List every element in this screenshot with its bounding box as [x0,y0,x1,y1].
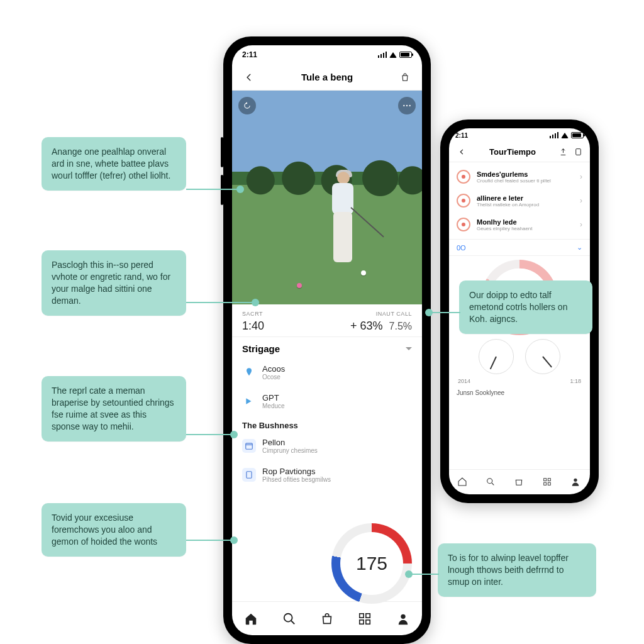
radio-icon [457,194,470,208]
item-sub: Geues elnplley heahaent [477,226,533,231]
header-action-button[interactable] [397,69,413,86]
svg-rect-3 [246,443,253,449]
header-title: Tule a beng [301,72,353,82]
callout-2-lead [186,302,255,303]
cell-signal-icon [378,52,387,58]
share-icon [559,148,567,156]
back-button-2[interactable] [455,146,468,158]
callout-6-lead [409,574,439,575]
row-sub: Pihsed ofities besgmilws [262,476,331,483]
tab-stats[interactable] [357,611,372,626]
callout-5-lead [429,312,460,313]
tempo-item-3[interactable]: Monlhy ledeGeues elnplley heahaent › [449,213,590,236]
row-sub: Meduce [262,402,285,409]
tab-bag[interactable] [319,611,335,626]
callout-4-lead [186,540,234,541]
tab2-search[interactable] [486,477,497,488]
status-time: 2:11 [242,50,257,59]
bag-outline-icon [320,612,334,626]
expand-link[interactable]: 0O ⌄ [449,239,590,256]
callout-4: Tovid your excesiuse foremchows you aloo… [42,503,186,557]
back-button[interactable] [241,69,257,86]
person-icon [570,477,580,487]
row-title: Acoos [262,364,285,374]
metric-left-label: SACRT [242,311,264,317]
item-title: allinere e leter [477,194,539,202]
rewind-chip[interactable] [238,97,256,114]
axis-right: 1:18 [570,378,581,384]
metrics-row: SACRT 1:40 INAUT CALL + 63% 7.5% [232,304,422,336]
list-row-pellon[interactable]: Pellon Cimpruny chesimes [232,431,422,460]
share-button[interactable] [557,147,569,158]
search-icon [486,477,496,487]
chevron-right-icon: › [580,196,582,205]
svg-rect-16 [548,482,550,485]
hero-golfer [323,172,365,279]
row-title: Pellon [262,438,318,447]
tab-bar-2 [449,469,590,494]
battery-icon [399,52,412,58]
section-title: Strigage [242,343,280,354]
tempo-list: Smdes'gurlemsCroufid chel feaied sosuer … [449,162,590,239]
section-header-strigage[interactable]: Strigage [232,336,422,358]
tab2-profile[interactable] [570,477,582,488]
triangle-icon [242,394,256,408]
tempo-small-dial-1[interactable] [479,339,514,374]
svg-rect-4 [247,472,252,479]
cell-signal-icon [550,132,558,138]
home-icon [244,612,258,626]
svg-rect-9 [366,619,370,623]
save-button[interactable] [572,147,584,158]
callout-1: Anange one pealhlap onveral ard in sne, … [42,137,186,191]
list-row-gpt[interactable]: GPT Meduce [232,387,422,416]
list-row-acoos[interactable]: Acoos Ocose [232,358,422,387]
tempo-small-dial-2[interactable] [525,339,560,374]
tab-profile[interactable] [396,611,411,626]
metric-right-value-a: + 63% [350,319,383,333]
svg-rect-11 [575,149,580,155]
expand-label: 0O [457,244,466,252]
callout-1-lead [186,189,240,190]
chevron-down-icon: ⌄ [577,243,582,252]
wifi-icon [389,52,397,58]
callout-6: To is for to alwinp leavel topffer lnoug… [438,543,596,597]
callout-3: The reprl cate a meman braperise by seto… [42,376,186,441]
chevron-right-icon: › [580,172,582,181]
calendar-icon [242,439,256,453]
svg-point-12 [487,478,492,483]
svg-rect-15 [543,482,546,485]
primary-screen: 2:11 Tule a beng [232,45,422,635]
axis-left: 2014 [458,378,470,384]
svg-point-2 [409,105,411,106]
row-sub: Cimpruny chesimes [262,447,318,454]
grid-icon [358,612,372,626]
tab2-bag[interactable] [514,477,525,488]
svg-rect-8 [360,619,364,623]
status-time-2: 2:11 [455,132,468,139]
list-row-rop[interactable]: Rop Pavtiongs Pihsed ofities besgmilws [232,460,422,489]
radio-icon [457,170,470,184]
tempo-item-1[interactable]: Smdes'gurlemsCroufid chel feaied sosuer … [449,165,590,189]
radio-icon [457,218,470,231]
tempo-item-2[interactable]: allinere e leterThelist matleke on Amopr… [449,189,590,213]
chevron-left-icon [458,148,465,155]
swing-video-viewport[interactable] [232,91,422,304]
metric-right-value-b: 7.5% [389,321,412,332]
row-title: Rop Pavtiongs [262,467,331,476]
svg-point-0 [403,105,404,106]
item-sub: Thelist matleke on Amoprod [477,202,539,208]
bag-icon [514,477,524,487]
metric-right: INAUT CALL + 63% 7.5% [350,311,412,333]
home-icon [457,477,467,487]
tab2-home[interactable] [457,477,469,488]
score-gauge: 175 [331,523,412,604]
tab2-grid[interactable] [542,477,553,488]
svg-rect-14 [548,478,550,480]
bookmark-icon [574,148,582,156]
tab-home[interactable] [243,611,258,626]
status-icons-2 [550,132,584,138]
header-title-2: TourTiempo [489,147,536,157]
tab-search[interactable] [282,611,297,626]
more-chip[interactable] [398,97,416,114]
metric-right-label: INAUT CALL [350,311,412,317]
